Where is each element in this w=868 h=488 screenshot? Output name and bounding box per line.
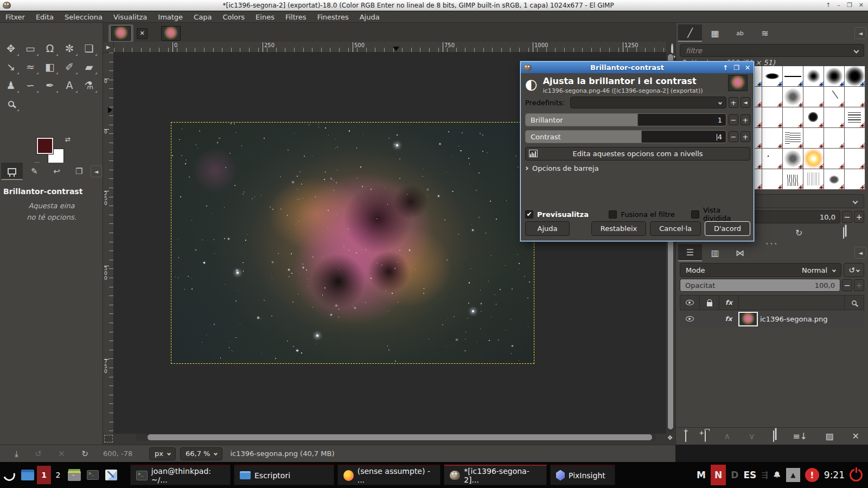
close-icon[interactable]: ✕ xyxy=(859,2,864,9)
brush-item[interactable] xyxy=(824,169,844,189)
collapse-dock-icon[interactable]: ◄ xyxy=(91,165,102,177)
redo-icon[interactable]: ↻ xyxy=(81,449,88,459)
horizontal-scrollbar-thumb[interactable] xyxy=(148,434,652,440)
open-brush-icon[interactable] xyxy=(843,228,844,238)
preview-checkbox[interactable]: ✔ Previsualitza xyxy=(525,210,609,219)
brush-item[interactable] xyxy=(824,149,844,169)
tab-layers[interactable]: ☰ xyxy=(678,244,702,261)
maximize-icon[interactable]: ❐ xyxy=(847,2,852,9)
merge-filter-checkbox[interactable]: Fusiona el filtre xyxy=(609,210,691,219)
tab-paths[interactable]: ⋈ xyxy=(728,244,752,261)
brush-item[interactable] xyxy=(824,87,844,107)
menu-filtres[interactable]: Filtres xyxy=(280,12,312,22)
brush-item[interactable] xyxy=(803,87,824,107)
presets-select[interactable] xyxy=(570,97,726,108)
new-layer-icon[interactable] xyxy=(685,431,686,441)
cancel-icon[interactable]: ✕ xyxy=(58,449,65,459)
brush-item[interactable] xyxy=(803,169,824,189)
workspace-2-button[interactable]: 2 xyxy=(51,466,65,484)
horizontal-scrollbar[interactable] xyxy=(136,434,656,441)
raise-layer-icon[interactable]: ∧ xyxy=(724,431,730,441)
brightness-increase-button[interactable]: + xyxy=(741,114,750,125)
split-view-checkbox[interactable]: Vista dividida xyxy=(691,206,750,222)
brush-item[interactable] xyxy=(824,128,844,148)
clone-tool-button[interactable]: ♟ xyxy=(1,76,21,94)
rect-select-tool-button[interactable]: ▭ xyxy=(21,39,40,57)
brush-item[interactable] xyxy=(762,87,782,107)
tab-fonts[interactable]: ab xyxy=(728,24,752,42)
dialog-maximize-icon[interactable]: ❐ xyxy=(733,64,739,72)
keyboard-indicator-d[interactable]: D xyxy=(731,470,738,480)
removable-media-icon[interactable]: ▲ xyxy=(786,468,800,482)
menu-colors[interactable]: Colors xyxy=(217,12,250,22)
keyboard-indicator-m[interactable]: M xyxy=(697,470,706,480)
layer-search-icon[interactable] xyxy=(844,296,864,310)
contrast-increase-button[interactable]: + xyxy=(741,131,750,142)
foreground-color-swatch[interactable] xyxy=(37,138,53,154)
spacing-increase-button[interactable]: + xyxy=(854,211,864,223)
transform-tool-button[interactable]: ↘ xyxy=(1,57,21,76)
minimize-icon[interactable]: – xyxy=(837,2,840,9)
brightness-slider[interactable]: Brillantor 1 xyxy=(525,113,726,126)
brush-item[interactable] xyxy=(803,66,824,86)
visibility-column-icon[interactable] xyxy=(680,296,700,310)
add-mask-icon[interactable]: ▨ xyxy=(826,431,834,441)
help-button[interactable]: Ajuda xyxy=(525,221,570,236)
brush-item[interactable] xyxy=(845,149,865,169)
brush-item[interactable] xyxy=(762,169,782,189)
blending-options-expander[interactable]: Opcions de barreja xyxy=(525,164,750,172)
dialog-keep-above-icon[interactable]: ↑ xyxy=(723,64,728,72)
dialog-close-icon[interactable]: ✕ xyxy=(745,64,750,72)
brush-item[interactable] xyxy=(783,128,803,148)
quick-mask-toggle-icon[interactable] xyxy=(104,435,113,442)
notes-launcher-icon[interactable] xyxy=(103,466,119,484)
drawer-launcher-icon[interactable] xyxy=(66,466,82,484)
brush-item[interactable] xyxy=(845,128,865,148)
brush-item[interactable] xyxy=(803,128,824,148)
menu-ajuda[interactable]: Ajuda xyxy=(354,12,385,22)
free-select-tool-button[interactable]: Ω xyxy=(40,39,60,57)
fuzzy-select-tool-button[interactable]: ✼ xyxy=(60,39,79,57)
tab-brushes[interactable]: ╱ xyxy=(678,24,702,42)
task-terminal[interactable]: >_ joan@thinkpad: ~/... xyxy=(130,465,231,485)
undo-icon[interactable]: ↺ xyxy=(35,449,42,459)
tab-device-status[interactable]: ✎ xyxy=(23,163,45,180)
notifications-bell-icon[interactable]: 🔔︎ xyxy=(773,470,781,480)
tab-tool-options[interactable] xyxy=(1,163,23,180)
keyboard-indicator-n[interactable]: N xyxy=(711,465,726,485)
brush-item[interactable] xyxy=(845,169,865,189)
add-preset-button[interactable]: + xyxy=(729,97,738,108)
app-menu-icon[interactable] xyxy=(1,466,17,484)
brush-item[interactable] xyxy=(803,107,824,127)
lock-column-icon[interactable] xyxy=(700,296,719,310)
brush-filter-input[interactable]: filtre xyxy=(680,44,864,57)
brush-item[interactable] xyxy=(845,66,865,86)
tab-gradients[interactable]: ≋ xyxy=(753,24,777,42)
alert-tray-icon[interactable]: ! xyxy=(805,468,819,482)
menu-visualitza[interactable]: Visualitza xyxy=(108,12,152,22)
keep-above-icon[interactable]: ↑ xyxy=(826,2,831,9)
zoom-select[interactable]: 66,7 % xyxy=(180,447,222,460)
refresh-brushes-icon[interactable]: ↻ xyxy=(795,228,802,238)
layer-mode-select[interactable]: Mode Normal xyxy=(680,263,841,277)
save-icon[interactable]: ⤓ xyxy=(15,449,18,459)
preset-menu-button[interactable]: ◄ xyxy=(741,97,750,108)
merge-down-icon[interactable]: ≡↓ xyxy=(793,431,807,441)
swap-colors-icon[interactable]: ⇄ xyxy=(65,136,71,143)
brush-item[interactable] xyxy=(845,87,865,107)
ink-tool-button[interactable]: ✒ xyxy=(40,76,60,94)
task-file-manager[interactable]: Escriptori xyxy=(234,465,334,485)
menu-edita[interactable]: Edita xyxy=(30,12,59,22)
clock[interactable]: 9:21 xyxy=(824,470,845,480)
unit-select[interactable]: px xyxy=(149,447,176,460)
opacity-decrease-button[interactable]: − xyxy=(842,279,852,291)
menu-capa[interactable]: Capa xyxy=(188,12,217,22)
spacing-decrease-button[interactable]: − xyxy=(842,211,852,223)
menu-eines[interactable]: Eines xyxy=(250,12,280,22)
show-desktop-icon[interactable] xyxy=(20,466,36,484)
tab-patterns[interactable]: ▦ xyxy=(703,24,727,42)
delete-layer-icon[interactable]: ✕ xyxy=(852,431,859,441)
menu-finestres[interactable]: Finestres xyxy=(312,12,354,22)
dialog-titlebar[interactable]: Brillantor-contrast ↑ ❐ ✕ xyxy=(521,62,754,73)
menu-fitxer[interactable]: Fitxer xyxy=(0,12,30,22)
